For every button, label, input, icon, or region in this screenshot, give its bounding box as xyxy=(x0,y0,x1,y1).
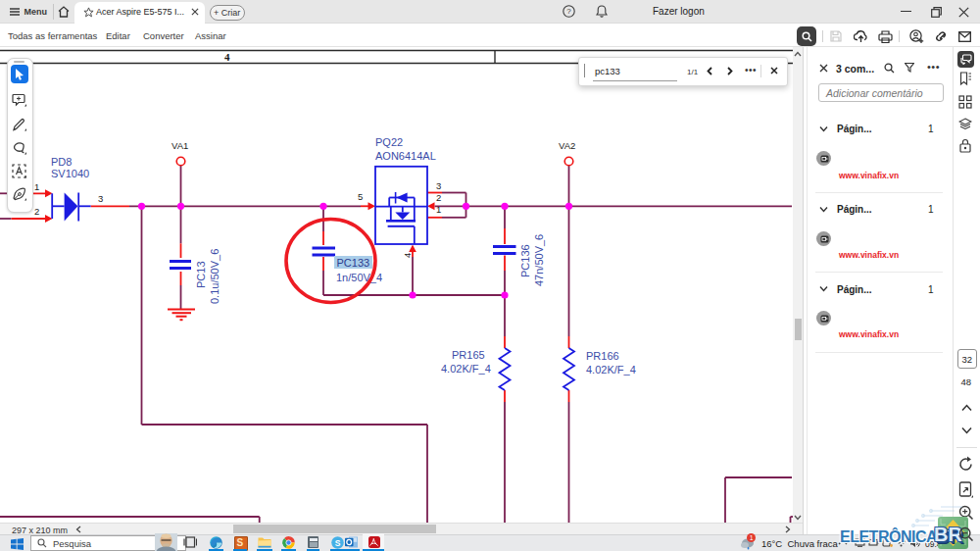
svg-text:S: S xyxy=(334,538,340,548)
svg-text:PC13: PC13 xyxy=(195,261,207,288)
svg-text:PD8: PD8 xyxy=(51,156,72,168)
svg-text:4: 4 xyxy=(402,253,413,258)
svg-text:1n/50V_4: 1n/50V_4 xyxy=(336,272,382,283)
svg-text:2: 2 xyxy=(34,206,39,217)
svg-text:1: 1 xyxy=(34,181,39,192)
svg-text:AON6414AL: AON6414AL xyxy=(375,150,436,162)
svg-text:PR166: PR166 xyxy=(586,350,619,362)
svg-text:0.1u/50V_6: 0.1u/50V_6 xyxy=(209,249,220,304)
svg-text:VA1: VA1 xyxy=(172,140,188,151)
svg-text:SV1040: SV1040 xyxy=(51,168,89,179)
svg-text:1: 1 xyxy=(436,204,441,215)
svg-text:PC133: PC133 xyxy=(337,257,370,269)
svg-text:3: 3 xyxy=(98,193,103,204)
svg-text:?: ? xyxy=(566,7,571,16)
svg-text:5: 5 xyxy=(358,191,363,202)
svg-text:4.02K/F_4: 4.02K/F_4 xyxy=(586,364,636,376)
svg-text:4: 4 xyxy=(224,51,230,63)
svg-text:47n/50V_6: 47n/50V_6 xyxy=(533,234,545,286)
svg-text:PC136: PC136 xyxy=(519,244,531,277)
svg-text:2: 2 xyxy=(436,192,441,203)
svg-text:4.02K/F_4: 4.02K/F_4 xyxy=(441,363,491,375)
svg-text:VA2: VA2 xyxy=(559,140,575,151)
svg-text:3: 3 xyxy=(436,180,441,191)
svg-text:PR165: PR165 xyxy=(452,349,485,361)
svg-text:PQ22: PQ22 xyxy=(375,136,403,148)
